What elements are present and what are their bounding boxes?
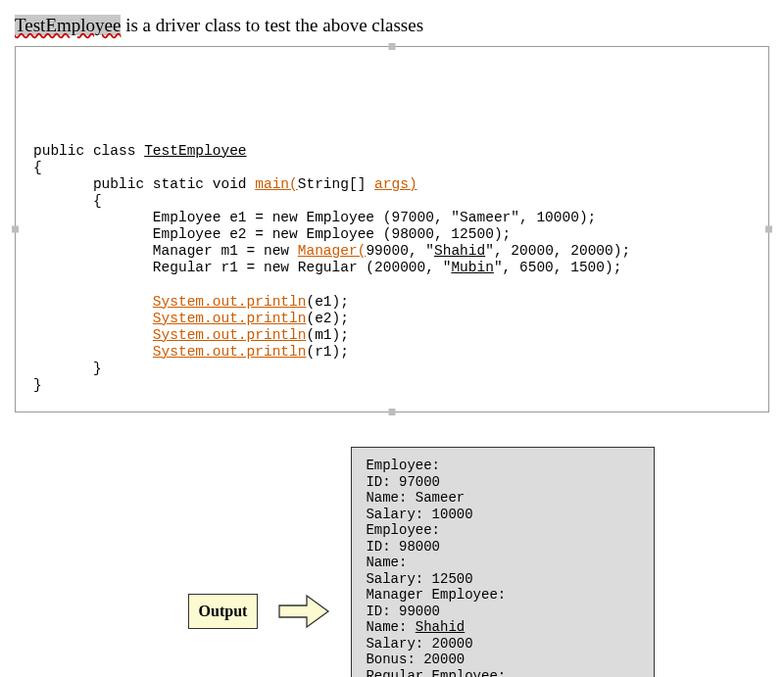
code-line-7e: ", 20000, 20000); [485,243,630,259]
code-line-12c: (r1); [306,344,349,360]
out-l10: ID: 99000 [366,604,440,619]
code-line-9b: System.out.println [153,294,307,310]
out-l4: Salary: 10000 [366,507,472,522]
arrow-right-icon [277,592,331,631]
out-l11b: Shahid [416,619,465,635]
code-line-9c: (e1); [306,294,349,310]
code-line-13: } [33,361,102,376]
code-line-1b: TestEmployee [144,143,246,159]
code-line-10c: (e2); [306,311,349,326]
code-line-12b: System.out.println [153,344,307,360]
code-line-3b: main( [255,176,298,192]
out-l5: Employee: [366,522,440,538]
out-l8: Salary: 12500 [366,571,472,587]
code-line-11b: System.out.println [153,327,307,343]
code-line-7b: Manager( [298,243,367,259]
out-l3: Name: Sameer [366,490,465,506]
code-line-3d: args) [374,176,417,192]
output-label-box: Output [188,594,259,629]
resize-handle-left[interactable] [12,226,19,233]
code-line-7d: Shahid [434,243,485,259]
out-l14: Regular Employee: [366,668,506,677]
code-line-6: Employee e2 = new Employee (98000, 12500… [33,226,511,242]
code-line-9a [33,294,153,310]
output-area: Output Employee: ID: 97000 Name: Sameer … [15,447,769,677]
code-line-10b: System.out.println [153,311,307,326]
out-l12: Salary: 20000 [366,636,472,652]
code-line-3c: String[] [298,176,374,192]
output-label: Output [199,603,248,619]
code-line-1a: public class [33,143,144,159]
code-line-5: Employee e1 = new Employee (97000, "Same… [33,210,596,225]
out-l2: ID: 97000 [366,474,440,490]
code-line-11a [33,327,153,343]
code-line-8a: Regular r1 = new Regular (200000, " [33,260,451,275]
out-l1: Employee: [366,458,440,473]
out-l13: Bonus: 20000 [366,652,465,667]
out-l9: Manager Employee: [366,587,506,603]
code-box: public class TestEmployee { public stati… [15,46,769,412]
code-line-8c: ", 6500, 1500); [494,260,622,275]
code-line-10a [33,311,153,326]
code-line-7c: 99000, " [366,243,434,259]
code-line-12a [33,344,153,360]
code-line-7a: Manager m1 = new [33,243,298,259]
resize-handle-top[interactable] [389,43,396,50]
code-line-8b: Mubin [451,260,494,275]
heading-line: TestEmployee is a driver class to test t… [15,15,769,36]
out-l11a: Name: [366,619,415,635]
resize-handle-bottom[interactable] [389,409,396,415]
heading-highlighted: TestEmployee [15,15,121,35]
out-l7: Name: [366,555,407,570]
code-line-2: { [33,160,42,175]
code-line-14: } [33,377,42,393]
code-line-11c: (m1); [306,327,349,343]
output-box: Employee: ID: 97000 Name: Sameer Salary:… [351,447,655,677]
out-l6: ID: 98000 [366,539,440,555]
code-line-4: { [33,193,102,209]
heading-rest: is a driver class to test the above clas… [121,15,423,35]
resize-handle-right[interactable] [765,226,772,233]
code-line-3a: public static void [33,176,255,192]
